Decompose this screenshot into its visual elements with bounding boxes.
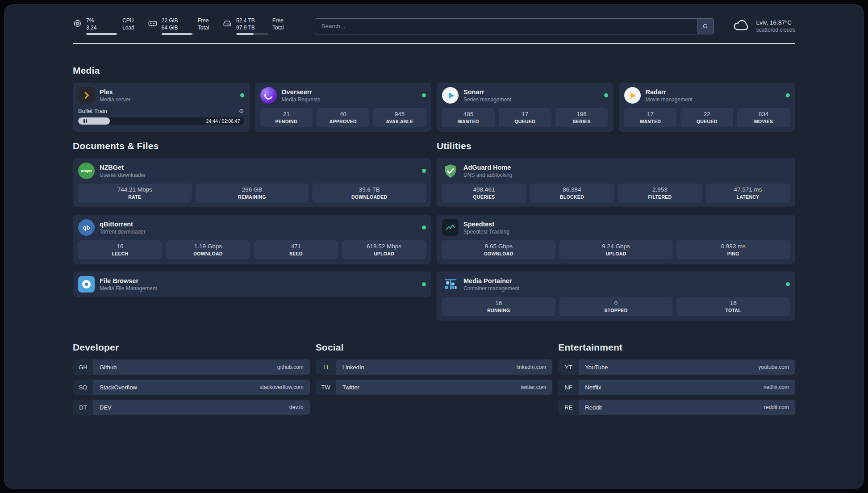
stat-value: 9.65 Gbps [444, 243, 554, 250]
bookmark-name: YouTube [585, 364, 608, 371]
service-meta: Sonarr Series management [463, 88, 511, 103]
bookmark-url: twitter.com [521, 384, 546, 390]
stat-box: 9.65 GbpsDOWNLOAD [442, 240, 555, 259]
stat-box: 22QUEUED [680, 108, 733, 127]
bookmark-name: Netflix [585, 384, 601, 391]
stat-value: 21 [262, 111, 311, 117]
service-meta: Plex Media server [100, 88, 130, 103]
stats-row: 16LEECH 1.19 GbpsDOWNLOAD 471SEED 618.52… [78, 240, 426, 259]
stat-box: 485WANTED [442, 108, 495, 127]
stat-value: 16 [444, 300, 554, 306]
bookmark-twitter[interactable]: TW Twitter twitter.com [316, 380, 553, 395]
bookmark-abbr: LI [316, 359, 336, 375]
stat-label: QUEUED [682, 119, 731, 124]
stat-box: 86,384BLOCKED [530, 184, 614, 203]
stat-value: 945 [375, 111, 424, 117]
search-provider-button[interactable]: G [697, 19, 714, 34]
bookmark-body: Github github.com [93, 359, 310, 375]
stat-value: 196 [557, 111, 606, 117]
search-bar[interactable]: G [315, 18, 714, 34]
search-input[interactable] [315, 19, 697, 34]
playback-time: 24:44 / 02:06:47 [206, 118, 240, 124]
bookmark-linkedin[interactable]: LI LinkedIn linkedin.com [316, 359, 553, 375]
stat-box: 266 GBREMAINING [196, 184, 309, 203]
stat-box: 17QUEUED [499, 108, 551, 127]
stat-label: UPLOAD [561, 251, 671, 256]
memory-total-label: Total [198, 25, 209, 32]
service-meta: File Browser Media File Management [100, 277, 157, 292]
section-heading-developer: Developer [73, 342, 310, 353]
service-description: Series management [463, 96, 511, 103]
cpu-progress-bar [86, 33, 118, 35]
service-description: Media File Management [100, 285, 157, 292]
service-card-speedtest[interactable]: Speedtest Speedtest Tracking 9.65 GbpsDO… [437, 215, 795, 264]
service-description: Container management [463, 285, 519, 292]
bookmark-body: StackOverflow stackoverflow.com [93, 380, 310, 395]
stat-label: WANTED [444, 119, 493, 124]
cpu-labels: CPU Load [122, 17, 134, 31]
cpu-usage-value: 7% [86, 17, 118, 25]
bookmark-github[interactable]: GH Github github.com [73, 359, 310, 375]
stat-value: 2,953 [620, 186, 700, 193]
bookmark-youtube[interactable]: YT YouTube youtube.com [558, 359, 795, 375]
stat-box: 16RUNNING [442, 297, 555, 316]
stat-value: 22 [682, 111, 731, 117]
stat-box: 1.19 GbpsDOWNLOAD [166, 240, 250, 259]
stat-label: PENDING [262, 119, 311, 124]
bookmark-dev[interactable]: DT DEV dev.to [73, 400, 310, 415]
service-card-adguard[interactable]: AdGuard Home DNS and adblocking 498,461Q… [437, 158, 795, 207]
section-social: Social LI LinkedIn linkedin.com TW Twitt… [316, 342, 553, 420]
service-name: Plex [100, 88, 130, 96]
stat-label: SERIES [557, 119, 606, 124]
service-card-radarr[interactable]: Radarr Movie management 17WANTED 22QUEUE… [619, 83, 796, 132]
service-card-plex[interactable]: Plex Media server Bullet Train ⚙ 24:44 /… [73, 83, 250, 132]
service-meta: qBittorrent Torrent downloader [100, 221, 146, 235]
bookmark-body: YouTube youtube.com [579, 359, 795, 375]
bookmark-reddit[interactable]: RE Reddit reddit.com [558, 400, 795, 415]
service-card-nzbget[interactable]: nzbget NZBGet Usenet downloader 744.21 M… [73, 158, 431, 207]
stat-label: MOVIES [739, 119, 788, 124]
stat-value: 834 [739, 111, 788, 117]
disk-total-label: Total [272, 25, 284, 32]
bookmark-url: github.com [277, 364, 304, 370]
media-progress-bar[interactable]: 24:44 / 02:06:47 [78, 117, 244, 125]
bookmark-name: Twitter [342, 384, 359, 391]
speedtest-chart-icon [442, 219, 459, 236]
dashboard-window: 7% 3.24 CPU Load 22 GiB [4, 4, 864, 489]
section-entertainment: Entertainment YT YouTube youtube.com NF … [558, 342, 795, 420]
sonarr-arrow-glyph [449, 92, 454, 99]
service-description: Torrent downloader [100, 229, 146, 235]
stat-value: 1.19 Gbps [168, 243, 248, 250]
bookmark-abbr: DT [73, 400, 93, 415]
resource-widgets: 7% 3.24 CPU Load 22 GiB [73, 17, 297, 35]
stat-box: 196SERIES [555, 108, 608, 127]
media-progress-fill [78, 117, 110, 125]
service-card-sonarr[interactable]: Sonarr Series management 485WANTED 17QUE… [437, 83, 613, 132]
service-name: NZBGet [100, 164, 146, 171]
stat-label: FILTERED [620, 194, 700, 200]
service-meta: NZBGet Usenet downloader [100, 164, 146, 178]
settings-gear-icon[interactable]: ⚙ [239, 108, 244, 114]
bookmark-stackoverflow[interactable]: SO StackOverflow stackoverflow.com [73, 380, 310, 395]
status-dot [422, 282, 426, 286]
stat-label: DOWNLOAD [168, 251, 248, 256]
cpu-progress-fill [86, 33, 117, 35]
bookmark-url: reddit.com [764, 404, 789, 410]
cpu-load-value: 3.24 [86, 25, 118, 32]
stat-label: LEECH [80, 251, 160, 256]
bookmark-netflix[interactable]: NF Netflix netflix.com [558, 380, 795, 395]
service-card-filebrowser[interactable]: File Browser Media File Management [73, 272, 431, 297]
service-card-qbittorrent[interactable]: qb qBittorrent Torrent downloader 16LEEC… [73, 215, 431, 264]
bookmark-body: Reddit reddit.com [579, 400, 795, 415]
section-heading-entertainment: Entertainment [558, 342, 795, 353]
weather-widget[interactable]: Lviv, 16.87°C scattered clouds [732, 18, 795, 34]
service-card-overseerr[interactable]: Overseerr Media Requests 21PENDING 40APP… [255, 83, 432, 132]
weather-condition: scattered clouds [756, 27, 795, 33]
filebrowser-icon [78, 276, 95, 292]
cpu-widget: 7% 3.24 CPU Load [73, 17, 134, 35]
disk-values: 52.4 TB 97.9 TB [236, 17, 268, 35]
memory-free-value: 22 GiB [162, 17, 194, 25]
service-meta: Radarr Movie management [646, 88, 693, 103]
service-card-portainer[interactable]: Media Portainer Container management 16R… [437, 272, 795, 321]
service-name: Media Portainer [463, 277, 519, 284]
